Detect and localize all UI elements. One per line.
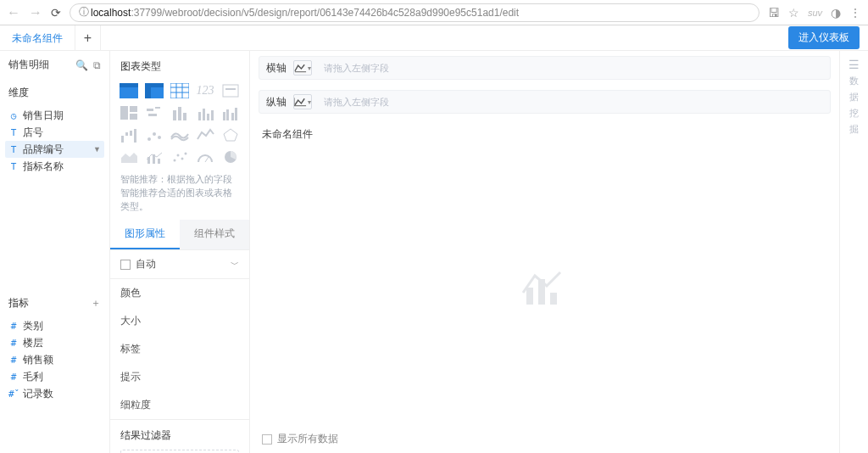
field-type-icon: #: [8, 338, 19, 349]
field-label: 楼层: [23, 336, 43, 350]
chart-type-area[interactable]: [119, 148, 139, 165]
chart-type-radar[interactable]: [220, 126, 241, 143]
add-component-button[interactable]: +: [75, 25, 101, 51]
chart-type-line[interactable]: [195, 126, 215, 143]
graph-property-row[interactable]: 细粒度: [110, 391, 249, 419]
add-metric-icon[interactable]: ＋: [91, 296, 101, 310]
x-axis-dropzone[interactable]: 横轴 ▾ 请拖入左侧字段: [259, 56, 831, 80]
dataset-title: 销售明细: [8, 58, 49, 72]
x-axis-type-icon[interactable]: ▾: [293, 60, 312, 76]
svg-rect-15: [147, 109, 153, 111]
graph-property-row[interactable]: 标签: [110, 335, 249, 363]
drill-sidebar[interactable]: ☰ 数 据 挖 掘: [839, 51, 868, 453]
svg-rect-5: [170, 83, 189, 98]
svg-rect-23: [207, 114, 209, 120]
dimension-field[interactable]: ◷销售日期: [5, 107, 104, 124]
chart-type-kpi[interactable]: [220, 82, 241, 99]
x-axis-label: 横轴: [266, 61, 287, 76]
field-label: 记录数: [23, 387, 53, 401]
chevron-down-icon: ▼: [93, 145, 101, 154]
join-icon[interactable]: ⧉: [93, 59, 101, 71]
tab-component-style[interactable]: 组件样式: [180, 220, 249, 249]
component-tab[interactable]: 未命名组件: [0, 25, 75, 51]
dimension-field[interactable]: T品牌编号▼: [5, 141, 104, 158]
graph-property-label: 提示: [120, 370, 141, 384]
dimension-field[interactable]: T指标名称: [5, 158, 104, 175]
svg-rect-24: [211, 110, 214, 120]
result-filter-title: 结果过滤器: [120, 428, 239, 443]
svg-rect-18: [173, 110, 176, 120]
metric-field[interactable]: #毛利: [5, 368, 104, 385]
field-label: 指标名称: [23, 159, 64, 174]
chart-type-partition[interactable]: [119, 104, 139, 121]
result-filter-dropzone[interactable]: 拖入字段: [120, 450, 239, 453]
svg-rect-17: [148, 114, 157, 116]
chart-type-compare-column[interactable]: [220, 104, 241, 121]
graph-property-row[interactable]: 大小: [110, 307, 249, 335]
bookmark-icon[interactable]: ☆: [788, 6, 799, 20]
chart-type-detail-table[interactable]: [170, 82, 190, 99]
svg-line-44: [205, 157, 209, 162]
chart-type-combined[interactable]: [144, 148, 164, 165]
metric-field[interactable]: #销售额: [5, 351, 104, 368]
chart-type-gauge[interactable]: [195, 148, 215, 165]
graph-property-label: 大小: [120, 314, 141, 328]
metric-field[interactable]: #楼层: [5, 334, 104, 351]
chart-type-column[interactable]: [195, 104, 215, 121]
field-label: 店号: [23, 126, 43, 140]
more-icon[interactable]: ⋮: [849, 6, 861, 20]
field-type-icon: ◷: [8, 110, 19, 121]
svg-rect-28: [235, 108, 237, 120]
svg-point-34: [153, 132, 156, 136]
field-type-icon: T: [8, 144, 19, 155]
svg-rect-14: [130, 114, 137, 120]
chart-type-scatter[interactable]: [170, 148, 190, 165]
browser-address-bar: ← → ⟳ ⓘ localhost:37799/webroot/decision…: [0, 0, 868, 25]
metric-field[interactable]: #ˇ记录数: [5, 385, 104, 402]
chart-type-stack-column[interactable]: [170, 104, 190, 121]
chart-type-pie[interactable]: [220, 148, 241, 165]
chart-type-waterfall[interactable]: [119, 126, 139, 143]
y-axis-type-icon[interactable]: ▾: [293, 94, 312, 109]
url-field[interactable]: ⓘ localhost:37799/webroot/decision/v5/de…: [70, 3, 760, 22]
graph-property-label: 标签: [120, 342, 141, 356]
svg-rect-4: [145, 83, 164, 87]
graph-property-row[interactable]: 提示: [110, 363, 249, 391]
svg-rect-26: [226, 109, 229, 120]
svg-rect-10: [223, 85, 238, 97]
chart-type-word-cloud[interactable]: [144, 104, 164, 121]
chart-type-stream[interactable]: [170, 126, 190, 143]
reload-icon[interactable]: ⟳: [51, 6, 61, 20]
chart-config-panel: 图表类型 123 智能推荐：根据拖入的字段智能推荐合适的图表或表格类型。: [110, 51, 250, 453]
search-icon[interactable]: 🔍: [75, 59, 88, 71]
url-path: :37799/webroot/decision/v5/design/report…: [131, 7, 519, 19]
svg-rect-25: [223, 112, 225, 120]
chart-type-dot[interactable]: [144, 126, 164, 143]
graph-shape-select[interactable]: 自动 ﹀: [110, 250, 249, 279]
chart-type-group-table[interactable]: [119, 82, 139, 99]
show-all-data-checkbox[interactable]: [262, 434, 272, 445]
chart-type-indicator[interactable]: 123: [195, 82, 215, 99]
component-title[interactable]: 未命名组件: [250, 119, 839, 151]
url-host: localhost: [91, 7, 131, 19]
tab-graph-properties[interactable]: 图形属性: [110, 220, 180, 249]
field-type-icon: T: [8, 161, 19, 172]
show-all-data-label: 显示所有数据: [277, 432, 338, 446]
field-label: 销售日期: [23, 109, 64, 123]
y-axis-dropzone[interactable]: 纵轴 ▾ 请拖入左侧字段: [259, 90, 831, 114]
svg-rect-30: [125, 132, 128, 136]
field-type-icon: #: [8, 372, 19, 383]
svg-rect-39: [158, 159, 160, 164]
dimension-field[interactable]: T店号: [5, 124, 104, 141]
field-type-icon: #: [8, 321, 19, 332]
chart-type-cross-table[interactable]: [144, 82, 164, 99]
graph-property-row[interactable]: 颜色: [110, 279, 249, 307]
metric-field[interactable]: #类别: [5, 317, 104, 334]
field-label: 销售额: [23, 353, 53, 367]
enter-dashboard-button[interactable]: 进入仪表板: [788, 26, 860, 49]
drill-label: 数: [849, 75, 859, 87]
svg-marker-36: [224, 129, 237, 141]
y-axis-label: 纵轴: [266, 95, 287, 109]
extension-icon[interactable]: ◑: [831, 6, 841, 20]
translate-icon[interactable]: 🖫: [768, 6, 780, 20]
